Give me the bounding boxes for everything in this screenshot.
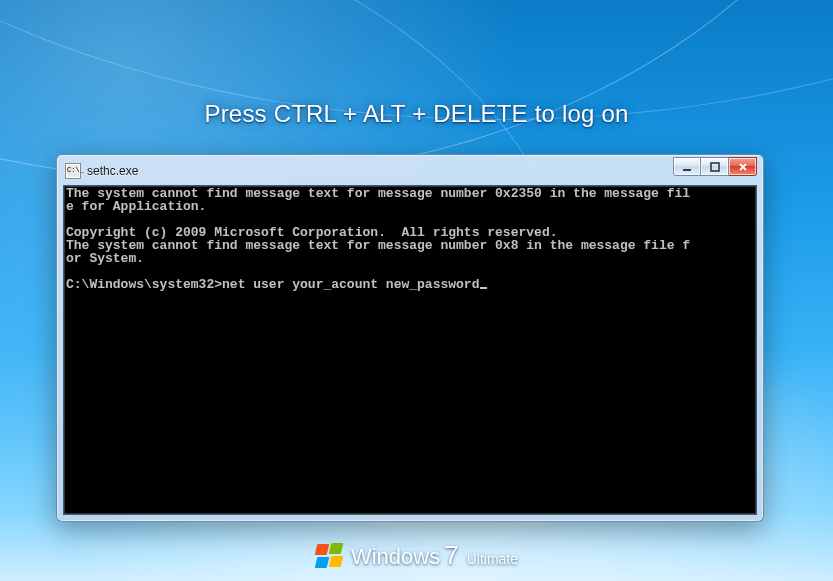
brand-product: Windows bbox=[351, 544, 440, 570]
text-cursor bbox=[480, 287, 487, 289]
desktop-background: Press CTRL + ALT + DELETE to log on seth… bbox=[0, 0, 833, 581]
console-output[interactable]: The system cannot find message text for … bbox=[64, 186, 756, 292]
console-client-area[interactable]: The system cannot find message text for … bbox=[63, 185, 757, 515]
window-title: sethc.exe bbox=[87, 164, 138, 178]
windows-branding: Windows7 Ultimate bbox=[0, 540, 833, 571]
svg-rect-1 bbox=[711, 163, 719, 171]
close-button[interactable] bbox=[729, 157, 757, 176]
command-prompt-window[interactable]: sethc.exe The system cannot find message… bbox=[56, 154, 764, 522]
logon-instruction: Press CTRL + ALT + DELETE to log on bbox=[0, 100, 833, 128]
minimize-button[interactable] bbox=[673, 157, 701, 176]
window-controls bbox=[673, 157, 757, 176]
cmd-icon bbox=[65, 163, 81, 179]
windows-logo-icon bbox=[315, 542, 343, 570]
brand-version: 7 bbox=[444, 540, 458, 571]
brand-edition: Ultimate bbox=[467, 551, 518, 567]
maximize-button[interactable] bbox=[701, 157, 729, 176]
titlebar[interactable]: sethc.exe bbox=[63, 161, 757, 185]
svg-rect-0 bbox=[683, 169, 691, 171]
